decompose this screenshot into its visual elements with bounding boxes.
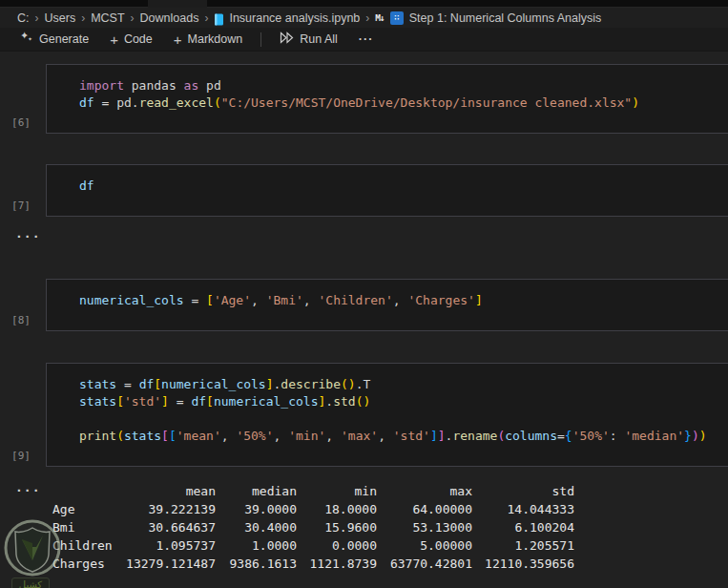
output-collapsed-indicator[interactable]: ... <box>15 480 40 494</box>
notebook-cell: stats = df[numerical_cols].describe().Ts… <box>0 363 728 467</box>
code-token: { <box>565 429 572 443</box>
code-token: std <box>333 394 355 409</box>
breadcrumb-separator: › <box>365 11 369 25</box>
code-token: '50%' <box>572 429 610 443</box>
breadcrumb-drive[interactable]: C: <box>17 11 30 25</box>
add-code-cell-button[interactable]: + Code <box>101 31 161 49</box>
code-token: } <box>684 429 692 443</box>
output-column-header: median <box>216 482 297 500</box>
output-cell-value: 1.205571 <box>472 536 574 555</box>
code-token: 'median' <box>624 429 684 443</box>
output-cell-value: 30.4000 <box>216 518 297 536</box>
code-token: 'Age' <box>214 293 251 307</box>
add-markdown-label: Markdown <box>188 32 243 46</box>
output-column-header: min <box>297 482 377 500</box>
notebook-toolbar: ✦✦ Generate + Code + Markdown Run All ··… <box>0 28 728 52</box>
code-editor[interactable]: import pandas as pddf = pd.read_excel("C… <box>46 64 728 134</box>
code-token: ) <box>632 95 639 110</box>
code-token: = pd. <box>94 95 139 110</box>
code-token: = <box>184 293 206 307</box>
code-token: numerical_cols <box>214 394 319 409</box>
output-table-row: Bmi30.66463730.400015.960053.130006.1002… <box>52 518 728 536</box>
code-token: [ <box>206 394 214 409</box>
add-markdown-cell-button[interactable]: + Markdown <box>165 31 251 49</box>
output-row-label: Age <box>52 500 122 518</box>
code-token: = <box>116 377 138 391</box>
code-token: = <box>169 394 191 409</box>
breadcrumb-users[interactable]: Users <box>45 11 76 25</box>
code-token: columns <box>505 429 557 443</box>
more-actions-button[interactable]: ··· <box>350 31 383 48</box>
code-token: 'std' <box>393 429 430 443</box>
code-token: df <box>79 178 94 193</box>
run-all-button[interactable]: Run All <box>271 30 346 49</box>
code-token: ] <box>475 293 483 307</box>
output-cell-value: 39.0000 <box>216 500 297 518</box>
code-token: : <box>610 429 625 443</box>
code-token: [ <box>154 377 161 391</box>
breadcrumb-separator: › <box>81 11 85 25</box>
code-token: , <box>274 429 289 443</box>
watermark-text: كشيل <box>11 578 50 588</box>
plus-icon: + <box>174 32 182 47</box>
output-row-label: Children <box>52 536 122 555</box>
notebook-cell-list: import pandas as pddf = pd.read_excel("C… <box>0 64 728 573</box>
cell-output: ...meanmedianminmaxstdAge39.22213939.000… <box>0 482 728 573</box>
ellipsis-icon: ··· <box>359 32 374 46</box>
breadcrumb-separator: › <box>204 11 208 25</box>
code-editor[interactable]: stats = df[numerical_cols].describe().Ts… <box>46 363 728 467</box>
code-token: 'Bmi' <box>266 293 303 307</box>
breadcrumb-mcst[interactable]: MCST <box>91 11 124 25</box>
code-line: df = pd.read_excel("C:/Users/MCST/OneDri… <box>79 94 728 112</box>
code-line: df <box>79 178 728 195</box>
output-cell-value: 12110.359656 <box>472 555 574 573</box>
code-token: df <box>191 394 206 409</box>
active-tab-notch[interactable] <box>148 0 207 8</box>
output-cell-value: 18.0000 <box>297 500 377 518</box>
output-table-row: Children1.0957371.00000.00005.000001.205… <box>52 536 728 555</box>
code-token: , <box>393 293 408 307</box>
code-token: numerical_cols <box>161 377 266 391</box>
output-cell-value: 30.664637 <box>122 518 216 536</box>
output-column-header: std <box>472 482 574 500</box>
code-token: df <box>79 95 94 110</box>
execution-count: [6] <box>0 116 42 129</box>
collapsed-output-indicator[interactable]: ... <box>15 226 728 243</box>
code-line: import pandas as pd <box>79 77 728 94</box>
code-token: df <box>139 377 155 391</box>
run-all-icon <box>280 32 294 47</box>
code-token: stats <box>79 377 116 391</box>
execution-count: [9] <box>0 450 42 462</box>
code-token: = <box>557 429 565 443</box>
breadcrumb-section[interactable]: Step 1: Numerical Columns Analysis <box>409 11 601 25</box>
notebook-file-icon <box>214 13 224 26</box>
code-line: stats = df[numerical_cols].describe().T <box>79 376 728 393</box>
notebook-cell: numerical_cols = ['Age', 'Bmi', 'Childre… <box>0 279 728 331</box>
code-token: import <box>79 78 124 93</box>
notebook-cell: import pandas as pddf = pd.read_excel("C… <box>0 64 728 134</box>
code-line: numerical_cols = ['Age', 'Bmi', 'Childre… <box>79 292 728 309</box>
code-token: () <box>341 377 356 391</box>
code-token: ( <box>116 429 124 443</box>
code-editor[interactable]: df <box>46 164 728 217</box>
symbol-icon: ∷ <box>390 11 404 25</box>
generate-button[interactable]: ✦✦ Generate <box>11 31 97 48</box>
code-token: rename <box>452 429 497 443</box>
output-table-row: Charges13279.1214879386.16131121.8739637… <box>52 555 728 573</box>
code-token: ) <box>699 429 707 443</box>
code-token: stats <box>79 394 116 409</box>
output-row-label: Charges <box>52 555 122 573</box>
execution-count: [8] <box>0 314 42 326</box>
code-token: stats <box>124 429 161 443</box>
run-all-label: Run All <box>300 32 338 46</box>
add-code-label: Code <box>124 32 153 46</box>
code-editor[interactable]: numerical_cols = ['Age', 'Bmi', 'Childre… <box>46 279 728 331</box>
breadcrumb-separator: › <box>131 11 135 25</box>
code-token: print <box>79 429 116 443</box>
code-token: 'min' <box>288 429 325 443</box>
breadcrumb-file[interactable]: Insurance analysis.ipynb <box>229 11 360 25</box>
code-token: '50%' <box>236 429 273 443</box>
code-token: 'mean' <box>177 429 221 443</box>
breadcrumb-downloads[interactable]: Downloads <box>140 11 199 25</box>
breadcrumb: C: › Users › MCST › Downloads › Insuranc… <box>0 8 728 28</box>
